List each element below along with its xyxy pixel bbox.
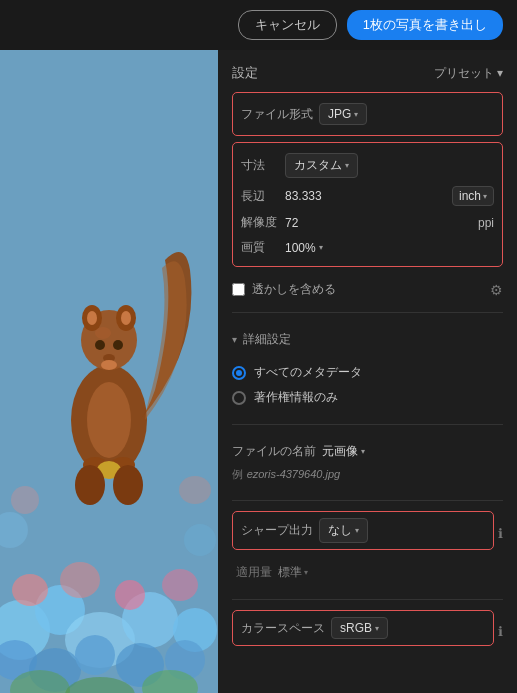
metadata-copyright-label: 著作権情報のみ	[254, 389, 338, 406]
apply-chevron-icon: ▾	[304, 568, 308, 577]
resolution-label: 解像度	[241, 214, 279, 231]
dimensions-chevron-icon: ▾	[345, 161, 349, 170]
long-side-value: 83.333	[285, 189, 446, 203]
apply-dropdown: 標準 ▾	[278, 564, 308, 581]
quality-dropdown[interactable]: 100% ▾	[285, 241, 323, 255]
cancel-button[interactable]: キャンセル	[238, 10, 337, 40]
gear-icon[interactable]: ⚙	[490, 282, 503, 298]
resolution-value: 72	[285, 216, 472, 230]
divider-3	[232, 500, 503, 501]
quality-label: 画質	[241, 239, 279, 256]
metadata-all-label: すべてのメタデータ	[254, 364, 362, 381]
preset-button[interactable]: プリセット ▾	[434, 65, 503, 82]
sharpness-label: シャープ出力	[241, 522, 313, 539]
radio-dot-inner	[236, 370, 242, 376]
metadata-copyright-radio[interactable]	[232, 391, 246, 405]
metadata-all-row: すべてのメタデータ	[232, 360, 503, 385]
svg-point-32	[87, 382, 131, 458]
filename-example-row: 例 ezoris-4379640.jpg	[232, 464, 503, 490]
unit-dropdown[interactable]: inch ▾	[452, 186, 494, 206]
colorspace-container: カラースペース sRGB ▾ ℹ	[232, 610, 503, 652]
dimensions-box: 寸法 カスタム ▾ 長辺 83.333 inch ▾ 解像度 72 ppi	[232, 142, 503, 267]
svg-point-31	[101, 360, 117, 370]
quality-row: 画質 100% ▾	[241, 235, 494, 260]
unit-chevron-icon: ▾	[483, 192, 487, 201]
photo-svg	[0, 50, 218, 693]
metadata-all-radio[interactable]	[232, 366, 246, 380]
photo-panel	[0, 50, 218, 693]
bottom-spacer	[232, 656, 503, 676]
filename-dropdown[interactable]: 元画像 ▾	[322, 443, 365, 460]
preset-label: プリセット	[434, 65, 494, 82]
watermark-label: 透かしを含める	[252, 281, 336, 298]
divider-2	[232, 424, 503, 425]
file-format-value: JPG	[328, 107, 351, 121]
detail-section-header[interactable]: ▾ 詳細設定	[232, 323, 503, 356]
svg-point-20	[11, 486, 39, 514]
section-header: 設定 プリセット ▾	[232, 50, 503, 92]
colorspace-value: sRGB	[340, 621, 372, 635]
watermark-checkbox[interactable]	[232, 283, 245, 296]
top-bar: キャンセル 1枚の写真を書き出し	[0, 0, 517, 50]
svg-point-37	[113, 465, 143, 505]
resolution-row: 解像度 72 ppi	[241, 210, 494, 235]
example-prefix: 例	[232, 468, 243, 480]
watermark-row: 透かしを含める ⚙	[232, 273, 503, 302]
photo-background	[0, 50, 218, 693]
divider-1	[232, 312, 503, 313]
apply-label: 適用量	[236, 564, 272, 581]
filename-row: ファイルの名前 元画像 ▾	[232, 435, 503, 464]
colorspace-label: カラースペース	[241, 620, 325, 637]
svg-point-19	[184, 524, 216, 556]
file-format-label: ファイル形式	[241, 106, 313, 123]
svg-point-28	[95, 340, 105, 350]
dimensions-dropdown[interactable]: カスタム ▾	[285, 153, 358, 178]
divider-4	[232, 599, 503, 600]
sharpness-dropdown[interactable]: なし ▾	[319, 518, 368, 543]
detail-chevron-icon: ▾	[232, 334, 237, 345]
svg-point-6	[12, 574, 48, 606]
file-format-dropdown[interactable]: JPG ▾	[319, 103, 367, 125]
svg-point-21	[179, 476, 211, 504]
colorspace-info-icon[interactable]: ℹ	[498, 624, 503, 639]
export-button[interactable]: 1枚の写真を書き出し	[347, 10, 503, 40]
file-format-chevron-icon: ▾	[354, 110, 358, 119]
svg-point-8	[115, 580, 145, 610]
quality-value: 100%	[285, 241, 316, 255]
sharpness-info-icon[interactable]: ℹ	[498, 526, 503, 541]
dimensions-row: 寸法 カスタム ▾	[241, 149, 494, 182]
metadata-copyright-row: 著作権情報のみ	[232, 385, 503, 410]
unit-value: inch	[459, 189, 481, 203]
quality-chevron-icon: ▾	[319, 243, 323, 252]
svg-point-38	[95, 327, 111, 339]
dimensions-value: カスタム	[294, 157, 342, 174]
file-format-box: ファイル形式 JPG ▾	[232, 92, 503, 136]
sharpness-chevron-icon: ▾	[355, 526, 359, 535]
detail-title: 詳細設定	[243, 331, 291, 348]
filename-value: 元画像	[322, 443, 358, 460]
preset-chevron-icon: ▾	[497, 66, 503, 80]
svg-point-9	[162, 569, 198, 601]
filename-chevron-icon: ▾	[361, 447, 365, 456]
colorspace-row: カラースペース sRGB ▾	[232, 610, 494, 646]
filename-label: ファイルの名前	[232, 443, 316, 460]
resolution-unit: ppi	[478, 216, 494, 230]
svg-point-26	[87, 311, 97, 325]
sharpness-row: シャープ出力 なし ▾	[232, 511, 494, 550]
apply-value: 標準	[278, 564, 302, 581]
sharpness-container: シャープ出力 なし ▾ ℹ	[232, 511, 503, 556]
svg-point-7	[60, 562, 100, 598]
sharpness-value: なし	[328, 522, 352, 539]
svg-point-12	[75, 635, 115, 675]
main-content: 設定 プリセット ▾ ファイル形式 JPG ▾ 寸法 カスタム ▾	[0, 50, 517, 693]
example-val: ezoris-4379640.jpg	[247, 468, 341, 480]
settings-panel: 設定 プリセット ▾ ファイル形式 JPG ▾ 寸法 カスタム ▾	[218, 50, 517, 693]
svg-point-36	[75, 465, 105, 505]
dimensions-label: 寸法	[241, 157, 279, 174]
settings-title: 設定	[232, 64, 258, 82]
long-side-label: 長辺	[241, 188, 279, 205]
metadata-radio-group: すべてのメタデータ 著作権情報のみ	[232, 356, 503, 414]
colorspace-dropdown[interactable]: sRGB ▾	[331, 617, 388, 639]
long-side-row: 長辺 83.333 inch ▾	[241, 182, 494, 210]
svg-point-27	[121, 311, 131, 325]
